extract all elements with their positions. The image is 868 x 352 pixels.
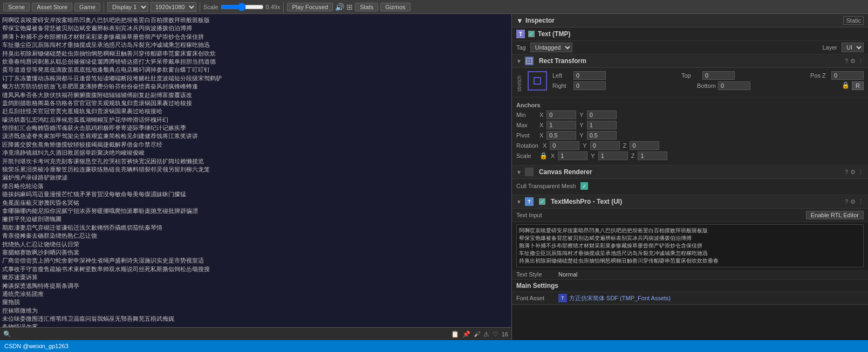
max-xy: X Y [539,121,617,129]
bottom-input[interactable] [718,81,750,90]
pos-z-input[interactable] [831,71,864,80]
text-input-row: Text Input Enable RTL Editor [512,209,868,222]
cr-more-icon[interactable]: ⋮ [858,169,864,176]
brush-icon[interactable]: 🖌 [474,330,480,338]
search-icon[interactable]: 🔍 [3,330,11,338]
rect-help-icon[interactable]: ? [845,58,848,65]
text-style-label: Text Style [516,271,554,278]
cr-settings-icon[interactable]: ⚙ [850,169,856,176]
pivot-y-label: Y [579,132,583,139]
sep3 [283,2,284,12]
bottom-field-group: Bottom [697,81,837,90]
tmp-more-icon[interactable]: ⋮ [858,198,864,205]
stats-btn[interactable]: Stats [355,3,378,11]
tmp-help-icon[interactable]: ? [845,198,848,205]
top-input[interactable] [702,71,735,80]
tmp-title: TextMeshPro - Text (UI) [551,198,842,205]
inspector-panel: ▼ Inspector Static T ✓ Text (TMP) Tag Un… [512,14,868,340]
top-label: Top [681,72,700,79]
component-icon: T [516,30,525,38]
min-y-label: Y [579,112,583,118]
game-tab[interactable]: Game [74,3,100,11]
min-x-input[interactable] [546,111,576,119]
component-checkbox[interactable]: ✓ [528,31,535,37]
anchors-title: Anchors [516,101,864,111]
scale-z-input[interactable] [638,151,667,160]
rot-z-input[interactable] [630,141,659,150]
left-label: Left [552,72,571,79]
grid-icon: ⊞ [346,3,353,11]
max-x-input[interactable] [546,121,576,129]
layer-select[interactable]: UI [842,43,864,52]
canvas-renderer-icon [525,168,534,176]
csdn-watermark: CSDN @weixin_gp1263 [4,343,69,349]
rotation-row: Rotation X Y Z [516,141,864,150]
tag-label: Tag [516,44,526,51]
scene-tab[interactable]: Scene [3,3,30,11]
min-y-input[interactable] [587,111,617,119]
rect-collapse-icon: ▼ [516,58,522,64]
text-content-area[interactable]: 阿啊哎哀唉爱碍安岸按案暗昂凹奥八巴扒吧疤把坝爸罢白百柏摆败拜班般斑板版 帮保宝饱… [516,224,864,267]
pos-z-label: Pos Z [810,72,829,79]
clipboard-icon[interactable]: 📋 [451,330,459,338]
scale-x-input[interactable] [558,151,587,160]
rect-transform-header[interactable]: ▼ Rect Transform ? ⚙ ⋮ [512,54,868,68]
rect-section-icons: ? ⚙ ⋮ [845,58,864,65]
max-y-input[interactable] [587,121,617,129]
tmp-checkbox[interactable]: ✓ [539,198,545,205]
sep1 [104,2,104,12]
max-anchor-row: Max X Y [516,121,864,129]
rect-bottom-row: Right Bottom 🔒 R [552,81,864,90]
max-x-label: X [539,122,543,128]
cull-mesh-row: Cull Transparent Mesh ✓ [516,182,864,190]
heart-icon[interactable]: ♡ [493,330,498,338]
cull-checkbox[interactable]: ✓ [580,182,588,190]
resolution-select[interactable]: 1920x1080 [151,2,196,12]
rect-settings-icon[interactable]: ⚙ [850,58,856,65]
tmp-header[interactable]: ▼ T ✓ TextMeshPro - Text (UI) ? ⚙ ⋮ [512,195,868,209]
canvas-renderer-header[interactable]: ▼ Canvas Renderer ? ⚙ ⋮ [512,165,868,179]
display-select[interactable]: Display 1 [107,2,148,12]
main-area: 阿啊哎哀唉爱碍安岸按案暗昂凹奥八巴扒吧疤把坝爸罢白百柏摆败拜班般斑板版 帮保宝饱… [0,14,868,340]
toolbar: Scene Asset Store Game Display 1 1920x10… [0,0,868,14]
stretch-inner [534,77,541,85]
max-y-label: Y [579,122,583,128]
scale-slider[interactable] [221,3,264,11]
text-style-value: Normal [558,271,577,278]
text-style-row: Text Style Normal [512,270,868,280]
pivot-x-input[interactable] [546,131,576,140]
pivot-y-input[interactable] [587,131,617,140]
sep2 [200,2,200,12]
zoom-level: 16 [502,331,508,337]
cr-help-icon[interactable]: ? [845,169,848,176]
stretch-label: stretch [516,75,522,92]
rot-x-input[interactable] [550,141,579,150]
play-focused-btn[interactable]: Play Focused [287,3,333,11]
warning-icon[interactable]: ⚠ [483,330,489,338]
layer-label: Layer [822,44,837,51]
component-name: Text (TMP) [538,30,570,38]
scale-value: 0.49x [266,4,281,10]
min-x-label: X [539,112,543,118]
scale-x-label: X [551,153,555,159]
asset-store-tab[interactable]: Asset Store [32,3,72,11]
rect-top-row: Left Top Pos Z [552,71,864,80]
scale-label-field: Scale [516,153,535,159]
right-input[interactable] [573,81,606,90]
scale-label: Scale [203,4,218,10]
pin-icon[interactable]: 📌 [462,330,470,338]
tag-select[interactable]: Untagged [530,43,572,52]
tmp-settings-icon[interactable]: ⚙ [850,198,856,205]
stretch-row: stretch Left Top [516,71,864,92]
stretch-icon-box[interactable] [528,71,547,91]
canvas-panel: 阿啊哎哀唉爱碍安岸按案暗昂凹奥八巴扒吧疤把坝爸罢白百柏摆败拜班般斑板版 帮保宝饱… [0,14,512,340]
scale-y-input[interactable] [598,151,628,160]
r-button[interactable]: R [852,81,864,90]
enable-rtl-btn[interactable]: Enable RTL Editor [806,211,864,219]
rot-y-input[interactable] [590,141,620,150]
tmp-section-icons: ? ⚙ ⋮ [845,198,864,205]
gizmos-btn[interactable]: Gizmos [380,3,410,11]
font-asset-label: Font Asset [516,295,554,301]
left-input[interactable] [573,71,606,80]
rect-more-icon[interactable]: ⋮ [858,58,864,65]
